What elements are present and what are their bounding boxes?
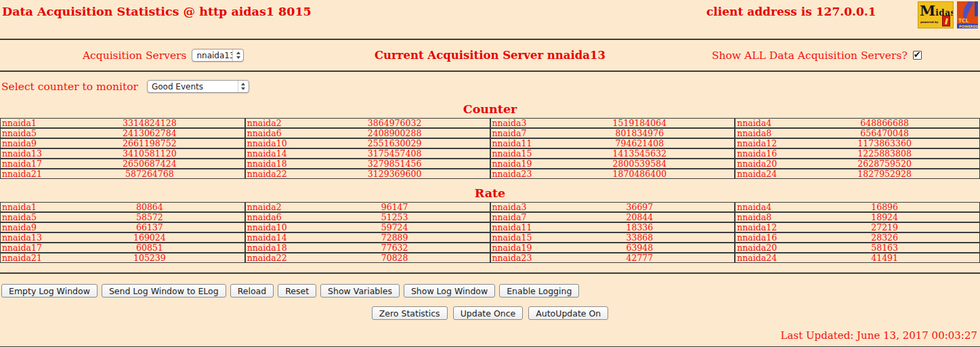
server-name: nnaida10 <box>246 139 300 148</box>
show-variables-button[interactable]: Show Variables <box>320 284 400 298</box>
counter-value: 1413545632 <box>545 149 735 158</box>
server-name: nnaida7 <box>491 129 545 138</box>
server-name: nnaida3 <box>491 203 545 211</box>
counter-value: 2413062784 <box>55 129 244 138</box>
server-name: nnaida22 <box>246 169 300 178</box>
counter-value: 3279851456 <box>300 159 490 168</box>
rate-value: 41491 <box>790 253 979 262</box>
rate-value: 20844 <box>545 213 735 222</box>
tcl-powered-label: POWERED <box>959 24 978 28</box>
reload-button[interactable]: Reload <box>230 284 274 298</box>
rate-cell: nnaida1227219 <box>735 222 980 232</box>
counter-value: 3410581120 <box>55 149 244 158</box>
show-all-checkbox[interactable] <box>913 51 922 60</box>
rate-cell: nnaida1118336 <box>490 222 736 232</box>
server-name: nnaida9 <box>1 139 55 148</box>
midas-mark-icon <box>942 16 950 26</box>
counter-value: 3864976032 <box>300 119 490 127</box>
send-log-window-to-elog-button[interactable]: Send Log Window to ELog <box>102 284 226 298</box>
reset-button[interactable]: Reset <box>278 284 316 298</box>
rate-cell: nnaida1059724 <box>245 222 490 232</box>
show-log-window-button[interactable]: Show Log Window <box>404 284 495 298</box>
divider <box>0 272 980 274</box>
server-name: nnaida24 <box>736 169 790 178</box>
counter-cell: nnaida11794621408 <box>490 138 736 148</box>
rate-row: nnaida966137nnaida1059724nnaida1118336nn… <box>0 222 980 232</box>
client-address: client address is 127.0.0.1 <box>706 5 876 18</box>
server-name: nnaida20 <box>736 159 790 168</box>
page-title: Data Acquisition Statistics @ http aidas… <box>2 5 312 18</box>
counter-cell: nnaida7801834976 <box>490 128 736 138</box>
zero-statistics-button[interactable]: Zero Statistics <box>372 306 448 320</box>
enable-logging-button[interactable]: Enable Logging <box>499 284 579 298</box>
counter-heading: Counter <box>0 102 980 116</box>
server-name: nnaida23 <box>491 253 545 262</box>
server-name: nnaida2 <box>246 119 300 127</box>
counter-cell: nnaida192800539584 <box>490 159 736 169</box>
counter-value: 1827952928 <box>790 169 979 178</box>
counter-cell: nnaida143175457408 <box>245 148 490 159</box>
acquisition-server-select[interactable]: nnaida13 <box>192 49 244 62</box>
rate-cell: nnaida21105239 <box>0 253 245 263</box>
rate-value: 58572 <box>55 213 244 222</box>
counter-value: 648866688 <box>790 119 979 127</box>
rate-cell: nnaida180864 <box>0 202 245 212</box>
server-name: nnaida24 <box>736 253 790 262</box>
counter-value: 801834976 <box>545 129 735 138</box>
current-server-text: Current Acquisition Server nnaida13 <box>375 49 605 62</box>
counter-monitor-select[interactable]: Good Events <box>147 80 249 93</box>
server-name: nnaida4 <box>736 119 790 127</box>
counter-value: 3129369600 <box>300 169 490 178</box>
rate-cell: nnaida2058163 <box>735 243 980 253</box>
rate-value: 70828 <box>300 253 490 262</box>
server-name: nnaida12 <box>736 223 790 232</box>
server-name: nnaida6 <box>246 129 300 138</box>
update-once-button[interactable]: Update Once <box>453 306 524 320</box>
counter-value: 2408900288 <box>300 129 490 138</box>
rate-value: 27219 <box>790 223 979 232</box>
counter-value: 587264768 <box>55 169 244 178</box>
rate-value: 36697 <box>545 203 735 211</box>
counter-value: 1173863360 <box>790 139 979 148</box>
select-spinner-icon <box>238 81 249 92</box>
server-name: nnaida14 <box>246 149 300 158</box>
tcl-powered-logo[interactable]: TCL POWERED <box>957 1 978 28</box>
rate-value: 28326 <box>790 233 979 242</box>
counter-value: 1870486400 <box>545 169 735 178</box>
counter-row: nnaida21587264768nnaida223129369600nnaid… <box>0 169 980 179</box>
counter-cell: nnaida23864976032 <box>245 118 490 128</box>
counter-value: 2650687424 <box>55 159 244 168</box>
rate-value: 105239 <box>55 253 244 262</box>
server-name: nnaida16 <box>736 149 790 158</box>
counter-table: nnaida13314824128nnaida23864976032nnaida… <box>0 118 980 179</box>
counter-cell: nnaida121173863360 <box>735 138 980 148</box>
autoupdate-on-button[interactable]: AutoUpdate On <box>528 306 608 320</box>
rate-value: 60851 <box>55 243 244 252</box>
server-name: nnaida15 <box>491 149 545 158</box>
rate-cell: nnaida818924 <box>735 212 980 222</box>
server-name: nnaida6 <box>246 213 300 222</box>
rate-cell: nnaida336697 <box>490 202 736 212</box>
counter-cell: nnaida92661198752 <box>0 138 245 148</box>
logos: Midas powered by TCL POWERED <box>918 1 978 28</box>
empty-log-window-button[interactable]: Empty Log Window <box>1 284 98 298</box>
counter-cell: nnaida241827952928 <box>735 169 980 179</box>
server-name: nnaida8 <box>736 213 790 222</box>
counter-cell: nnaida223129369600 <box>245 169 490 179</box>
last-updated-text: Last Updated: June 13, 2017 00:03:27 <box>0 329 980 342</box>
counter-row: nnaida172650687424nnaida183279851456nnai… <box>0 159 980 169</box>
acquisition-server-selected-value: nnaida13 <box>192 49 232 61</box>
counter-selected-value: Good Events <box>148 81 238 92</box>
rate-row: nnaida21105239nnaida2270828nnaida2342777… <box>0 253 980 263</box>
rate-cell: nnaida1877632 <box>245 243 490 253</box>
server-name: nnaida5 <box>1 213 55 222</box>
rate-cell: nnaida416896 <box>735 202 980 212</box>
midas-logo[interactable]: Midas powered by <box>918 1 954 28</box>
rate-value: 51253 <box>300 213 490 222</box>
counter-value: 2661198752 <box>55 139 244 148</box>
counter-row: nnaida92661198752nnaida102551630029nnaid… <box>0 138 980 148</box>
counter-value: 656470048 <box>790 129 979 138</box>
counter-cell: nnaida151413545632 <box>490 148 736 159</box>
server-name: nnaida2 <box>246 203 300 211</box>
rate-value: 59724 <box>300 223 490 232</box>
